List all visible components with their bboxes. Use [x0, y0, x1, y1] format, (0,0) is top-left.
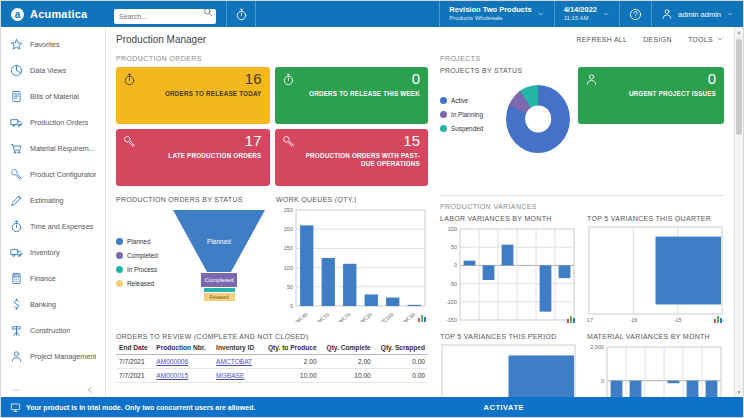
time-tracking-button[interactable] — [226, 1, 256, 27]
svg-text:-100: -100 — [446, 299, 457, 305]
page-title: Production Manager — [116, 34, 206, 45]
sidebar-item-data-views[interactable]: Data Views — [1, 57, 105, 83]
activate-button[interactable]: ACTIVATE — [484, 403, 734, 412]
widget-production-orders-by-status[interactable]: PRODUCTION ORDERS BY STATUS PlannedCompl… — [116, 196, 268, 324]
legend-item: Suspended — [440, 125, 496, 132]
column-header[interactable]: Production Nbr. — [153, 343, 213, 354]
chevron-down-icon — [602, 10, 610, 18]
record-link[interactable]: MGBASE — [216, 372, 244, 379]
scrollbar-thumb[interactable] — [736, 39, 742, 135]
business-date-selector[interactable]: 4/14/2022 11:15 AM — [554, 1, 619, 27]
legend-label: Suspended — [451, 125, 483, 132]
sidebar-item-label: Estimating — [30, 196, 64, 205]
sidebar-item-inventory[interactable]: Inventory — [1, 239, 105, 265]
sidebar-item-label: Production Orders — [30, 118, 88, 127]
collapse-sidebar-icon[interactable] — [85, 385, 95, 395]
funnel-segment-planned[interactable]: Planned — [173, 210, 265, 272]
widget-top5-variances-period[interactable]: TOP 5 VARIANCES THIS PERIOD — [440, 333, 577, 397]
sidebar-item-construction[interactable]: Construction — [1, 317, 105, 343]
svg-text:100: 100 — [284, 265, 293, 271]
svg-text:WC10: WC10 — [315, 311, 330, 322]
status-funnel-chart[interactable]: PlannedCompletedReleased — [170, 206, 268, 324]
acumatica-logo[interactable]: a Acumatica — [1, 8, 106, 21]
widget-projects-by-status[interactable]: PROJECTS BY STATUS ActiveIn PlanningSusp… — [440, 67, 570, 189]
user-menu[interactable]: admin admin — [651, 1, 743, 27]
widget-work-queues[interactable]: WORK QUEUES (QTY.) 250200150100500WC40WC… — [276, 196, 428, 324]
sidebar-item-time-and-expenses[interactable]: Time and Expenses — [1, 213, 105, 239]
funnel-segment-released[interactable]: Released — [204, 293, 235, 301]
record-link[interactable]: AM000006 — [156, 358, 188, 365]
kpi-late-production-orders[interactable]: 17 LATE PRODUCTION ORDERS — [116, 129, 270, 186]
legend-dot-icon — [440, 97, 447, 104]
widget-title: PROJECTS BY STATUS — [440, 67, 570, 74]
refresh-all-button[interactable]: REFRESH ALL — [576, 36, 627, 43]
branch-selector[interactable]: Revision Two Products Products Wholesale — [439, 1, 553, 27]
work-queues-chart[interactable]: 250200150100500WC40WC10WC70WC20WC100WC30 — [276, 206, 428, 322]
topbar: a Acumatica Revision Two Products Produc… — [1, 1, 743, 27]
funnel-segment-in-process[interactable] — [204, 288, 235, 292]
column-header[interactable]: Qty. to Produce — [261, 343, 320, 354]
legend-label: Active — [451, 97, 468, 104]
svg-text:-15: -15 — [674, 317, 682, 323]
kpi-label: PRODUCTION ORDERS WITH PAST-DUE OPERATIO… — [301, 152, 421, 168]
vertical-scrollbar[interactable]: ▲ ▼ — [734, 27, 743, 397]
wrench-icon — [282, 135, 295, 148]
page-header: Production Manager REFRESH ALL DESIGN TO… — [106, 27, 734, 51]
star-icon — [10, 38, 23, 51]
legend-dot-icon — [116, 238, 123, 245]
material-variances-chart[interactable]: 2,0000-2,000 — [587, 343, 724, 397]
projects-donut-chart[interactable] — [506, 85, 570, 153]
tools-menu-button[interactable]: TOOLS — [688, 35, 724, 43]
column-header[interactable]: End Date — [116, 343, 153, 354]
kpi-urgent-project-issues[interactable]: 0 URGENT PROJECT ISSUES — [578, 67, 724, 124]
kpi-past-due-operations[interactable]: 15 PRODUCTION ORDERS WITH PAST-DUE OPERA… — [275, 129, 429, 186]
widget-title: WORK QUEUES (QTY.) — [276, 196, 428, 203]
chart-type-icon — [714, 315, 722, 323]
search-icon[interactable] — [203, 7, 213, 17]
record-link[interactable]: AMCTOBAT — [216, 358, 252, 365]
sidebar-item-bills-of-material[interactable]: Bills of Material — [1, 83, 105, 109]
business-date: 4/14/2022 — [564, 6, 597, 15]
funnel-segment-completed[interactable]: Completed — [201, 273, 237, 287]
more-options-icon[interactable] — [11, 385, 21, 395]
widget-labor-variances[interactable]: LABOR VARIANCES BY MONTH 100500-50-100-1… — [440, 215, 577, 325]
chart-type-icon — [567, 315, 575, 323]
svg-text:WC40: WC40 — [294, 311, 309, 322]
top5-quarter-chart[interactable]: -17-16-15-14 — [587, 225, 724, 325]
labor-variances-chart[interactable]: 100500-50-100-150 — [440, 225, 577, 325]
search-input[interactable] — [114, 9, 216, 24]
top5-period-chart[interactable] — [440, 343, 577, 397]
svg-text:200: 200 — [284, 226, 293, 232]
sidebar-item-material-requirem[interactable]: Material Requirem... — [1, 135, 105, 161]
sidebar-item-estimating[interactable]: Estimating — [1, 187, 105, 213]
widget-orders-to-review[interactable]: ORDERS TO REVIEW (COMPLETE AND NOT CLOSE… — [116, 333, 428, 383]
scroll-down-arrow[interactable]: ▼ — [735, 387, 743, 397]
legend-dot-icon — [116, 252, 123, 259]
column-header[interactable]: Qty. Complete — [320, 343, 374, 354]
widget-top5-variances-quarter[interactable]: TOP 5 VARIANCES THIS QUARTER -17-16-15-1… — [587, 215, 724, 325]
svg-text:-17: -17 — [587, 317, 593, 323]
section-production-variances: PRODUCTION VARIANCES — [440, 203, 724, 210]
design-button[interactable]: DESIGN — [643, 36, 672, 43]
help-button[interactable] — [619, 1, 651, 27]
scroll-up-arrow[interactable]: ▲ — [735, 27, 743, 37]
kpi-value: 0 — [708, 70, 716, 87]
kpi-orders-to-release-this-week[interactable]: 0 ORDERS TO RELEASE THIS WEEK — [275, 67, 429, 124]
legend-item: Released — [116, 280, 170, 287]
funnel-segment-label: Completed — [204, 277, 233, 283]
sidebar-item-label: Inventory — [30, 248, 60, 257]
kpi-orders-to-release-today[interactable]: 16 ORDERS TO RELEASE TODAY — [116, 67, 270, 124]
column-header[interactable]: Qty. Scrapped — [374, 343, 428, 354]
record-link[interactable]: AM000015 — [156, 372, 188, 379]
sidebar-item-banking[interactable]: Banking — [1, 291, 105, 317]
sidebar-item-finance[interactable]: Finance — [1, 265, 105, 291]
main-content: Production Manager REFRESH ALL DESIGN TO… — [106, 27, 734, 397]
sidebar-item-product-configurator[interactable]: Product Configurator — [1, 161, 105, 187]
search-box[interactable] — [114, 5, 216, 24]
widget-material-variances[interactable]: MATERIAL VARIANCES BY MONTH 2,0000-2,000 — [587, 333, 724, 397]
sidebar-item-production-orders[interactable]: Production Orders — [1, 109, 105, 135]
column-header[interactable]: Inventory ID — [213, 343, 261, 354]
sidebar-item-favorites[interactable]: Favorites — [1, 31, 105, 57]
stopwatch-icon — [235, 8, 248, 21]
sidebar-item-project-management[interactable]: Project Management — [1, 343, 105, 369]
